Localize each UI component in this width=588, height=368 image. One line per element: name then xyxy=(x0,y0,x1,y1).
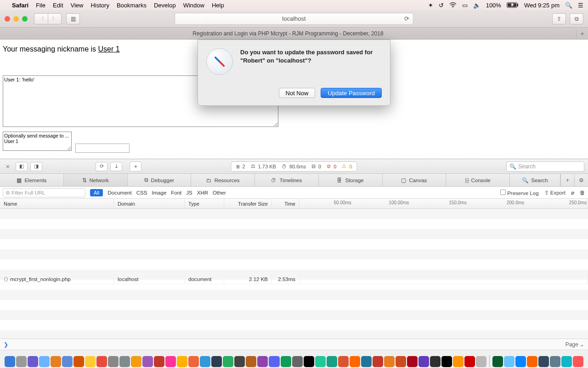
inspector-search-input[interactable]: 🔍 Search xyxy=(506,161,584,172)
tab-network[interactable]: ⇅Network xyxy=(64,174,128,186)
small-input[interactable] xyxy=(75,144,130,153)
dock-app[interactable] xyxy=(51,356,61,367)
dock-app[interactable] xyxy=(441,356,452,367)
dock-app[interactable] xyxy=(361,356,372,367)
element-picker-button[interactable]: ⌖ xyxy=(130,161,141,172)
dock-app[interactable] xyxy=(62,356,73,367)
sendto-textarea[interactable] xyxy=(3,132,72,151)
tab-console[interactable]: ⌸Console xyxy=(446,174,510,186)
dock-app[interactable] xyxy=(407,356,418,367)
menu-help[interactable]: Help xyxy=(212,2,224,9)
menu-edit[interactable]: Edit xyxy=(53,2,63,9)
dock-app[interactable] xyxy=(550,356,560,367)
crosshair-icon[interactable]: ⌀ xyxy=(571,190,574,196)
dock-app[interactable] xyxy=(396,356,406,367)
menu-history[interactable]: History xyxy=(90,2,109,9)
forward-button[interactable]: 〉 xyxy=(48,13,62,24)
col-timeline[interactable]: 50.00ms 100.00ms 150.0ms 200.0ms 250.0ms xyxy=(300,199,588,209)
dock-app[interactable] xyxy=(338,356,349,367)
col-type[interactable]: Type xyxy=(185,199,224,209)
status-battery-percent[interactable]: 100% xyxy=(486,2,501,9)
dock-app[interactable] xyxy=(538,356,549,367)
context-selector[interactable]: Page ⌄ xyxy=(565,341,584,348)
dock-app[interactable] xyxy=(142,356,153,367)
dock-app[interactable] xyxy=(304,356,314,367)
tab-add-button[interactable]: + xyxy=(560,174,574,186)
status-clock[interactable]: Wed 9:25 pm xyxy=(524,2,560,9)
menu-file[interactable]: File xyxy=(36,2,45,9)
status-battery-icon[interactable] xyxy=(507,2,519,8)
dock-app[interactable] xyxy=(28,356,38,367)
col-name[interactable]: Name xyxy=(0,199,114,209)
dock-app[interactable] xyxy=(292,356,303,367)
dock-app[interactable] xyxy=(373,356,383,367)
menu-view[interactable]: View xyxy=(71,2,84,9)
dock-app[interactable] xyxy=(96,356,107,367)
preserve-log-checkbox[interactable]: Preserve Log xyxy=(500,190,539,196)
sidebar-button[interactable]: ▥ xyxy=(66,13,80,24)
tab-settings-button[interactable]: ⚙ xyxy=(574,174,588,186)
dock-app[interactable] xyxy=(39,356,50,367)
dock-app[interactable] xyxy=(131,356,141,367)
menu-develop[interactable]: Develop xyxy=(154,2,176,9)
window-zoom-button[interactable] xyxy=(22,16,28,22)
menu-window[interactable]: Window xyxy=(183,2,204,9)
filter-js[interactable]: JS xyxy=(186,190,192,196)
dock-app[interactable] xyxy=(350,356,360,367)
tab-timelines[interactable]: ⏱Timelines xyxy=(255,174,319,186)
filter-other[interactable]: Other xyxy=(213,190,226,196)
dock-app[interactable] xyxy=(211,356,222,367)
dock-app[interactable] xyxy=(504,356,514,367)
dock-app[interactable] xyxy=(573,356,583,367)
dock-app[interactable] xyxy=(165,356,176,367)
dock-app[interactable] xyxy=(119,356,130,367)
dock-app[interactable] xyxy=(492,356,503,367)
status-av-icon[interactable]: ✶ xyxy=(428,2,433,9)
status-airplay-icon[interactable]: ▭ xyxy=(462,2,468,9)
dock-app[interactable] xyxy=(281,356,291,367)
dock-app[interactable] xyxy=(223,356,233,367)
menubar-app-name[interactable]: Safari xyxy=(12,2,28,9)
clear-button[interactable]: 🗑 xyxy=(580,190,585,196)
dock-app[interactable] xyxy=(418,356,429,367)
dock-left-button[interactable]: ◧ xyxy=(16,162,28,171)
share-button[interactable]: ⇪ xyxy=(552,13,566,24)
dock-app[interactable] xyxy=(476,356,486,367)
filter-xhr[interactable]: XHR xyxy=(197,190,208,196)
filter-url-input[interactable]: ⊜ Filter Full URL xyxy=(3,188,85,197)
dock-app[interactable] xyxy=(430,356,441,367)
filter-all[interactable]: All xyxy=(90,189,103,196)
dock-app[interactable] xyxy=(5,356,15,367)
tab-debugger[interactable]: ⧉Debugger xyxy=(128,174,192,186)
dock-app[interactable] xyxy=(315,356,326,367)
window-minimize-button[interactable] xyxy=(13,16,19,22)
tab-elements[interactable]: ▦Elements xyxy=(0,174,64,186)
menu-bookmarks[interactable]: Bookmarks xyxy=(117,2,147,9)
dock-app[interactable] xyxy=(327,356,337,367)
dock-app[interactable] xyxy=(200,356,210,367)
dock-right-button[interactable]: ◨ xyxy=(30,162,42,171)
dock-app[interactable] xyxy=(453,356,464,367)
col-time[interactable]: Time xyxy=(272,199,300,209)
browser-tab[interactable]: Registration and Login via PHP Mcrypt - … xyxy=(0,30,576,37)
new-tab-button[interactable]: + xyxy=(576,30,588,37)
status-volume-icon[interactable]: 🔈 xyxy=(473,2,481,9)
tab-storage[interactable]: 🗄Storage xyxy=(319,174,383,186)
dock-app[interactable] xyxy=(515,356,526,367)
status-wifi-icon[interactable] xyxy=(449,2,457,8)
inspector-close-button[interactable]: × xyxy=(4,162,12,171)
window-close-button[interactable] xyxy=(5,16,10,22)
notification-center-icon[interactable]: ☰ xyxy=(578,2,583,9)
tabs-button[interactable]: ⧉ xyxy=(570,13,583,24)
dock-app[interactable] xyxy=(188,356,199,367)
col-domain[interactable]: Domain xyxy=(114,199,185,209)
dock-app[interactable] xyxy=(257,356,268,367)
dock-app[interactable] xyxy=(246,356,256,367)
dock-app[interactable] xyxy=(234,356,245,367)
spotlight-icon[interactable]: 🔍 xyxy=(565,2,572,9)
tab-canvas[interactable]: ▢Canvas xyxy=(383,174,447,186)
export-button[interactable]: ⇪ Export xyxy=(544,190,565,196)
reload-icon[interactable]: ⟳ xyxy=(404,15,409,22)
col-size[interactable]: Transfer Size xyxy=(224,199,272,209)
dock-app[interactable] xyxy=(177,356,187,367)
